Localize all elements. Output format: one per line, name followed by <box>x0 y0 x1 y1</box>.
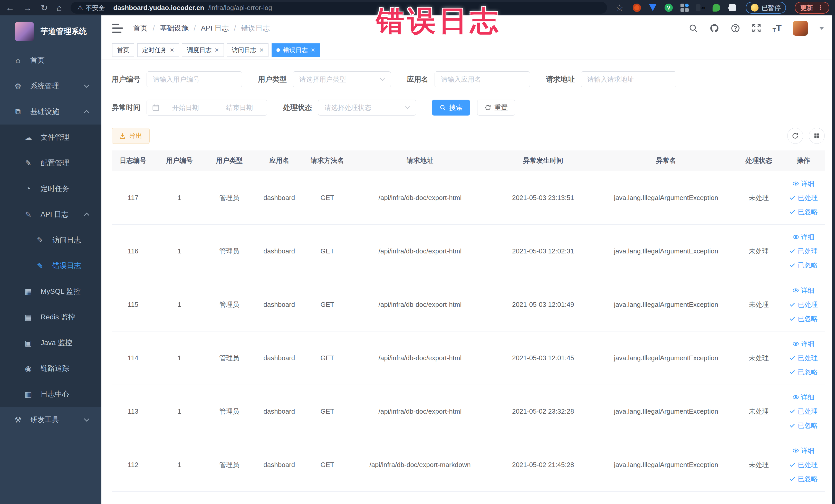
processed-link[interactable]: 已处理 <box>789 193 818 202</box>
reset-button[interactable]: 重置 <box>477 100 515 116</box>
extension-icon-plant[interactable] <box>712 3 721 12</box>
close-tab-icon[interactable]: × <box>170 46 174 54</box>
sidebar-item-home[interactable]: ⌂首页 <box>0 47 101 73</box>
app-name-input[interactable] <box>434 72 530 87</box>
process-status-select[interactable]: 请选择处理状态 <box>318 100 416 116</box>
page-scrollbar[interactable] <box>832 15 835 504</box>
sidebar-item-label: 访问日志 <box>53 235 81 245</box>
ignored-link[interactable]: 已忽略 <box>789 314 818 323</box>
export-button[interactable]: 导出 <box>111 128 150 144</box>
extensions-puzzle-icon[interactable] <box>728 3 737 12</box>
sidebar-item-log-center[interactable]: ▥日志中心 <box>0 381 101 407</box>
extension-icon-orange[interactable] <box>632 3 641 12</box>
address-bar[interactable]: ⚠ 不安全 dashboard.yudao.iocoder.cn /infra/… <box>70 2 607 14</box>
bookmark-star-icon[interactable]: ☆ <box>616 3 624 12</box>
ignored-link[interactable]: 已忽略 <box>789 475 818 483</box>
sidebar-item-mysql-monitor[interactable]: ▦MySQL 监控 <box>0 279 101 304</box>
end-date-placeholder[interactable]: 结束日期 <box>217 103 262 112</box>
processed-link[interactable]: 已处理 <box>789 247 818 256</box>
reload-icon[interactable]: ↻ <box>41 3 48 12</box>
tab-首页[interactable]: 首页 <box>112 43 134 57</box>
sidebar-item-java-monitor[interactable]: ▣Java 监控 <box>0 330 101 356</box>
forward-icon[interactable]: → <box>23 3 32 12</box>
breadcrumb-item[interactable]: 基础设施 <box>160 23 189 33</box>
sidebar-item-label: 基础设施 <box>30 107 59 117</box>
refresh-table-button[interactable] <box>787 128 803 144</box>
security-status[interactable]: ⚠ 不安全 <box>77 4 105 12</box>
sidebar-item-dev-tools[interactable]: ⚒研发工具 <box>0 407 101 432</box>
user-avatar[interactable] <box>793 21 808 36</box>
column-settings-button[interactable] <box>809 128 825 144</box>
ignored-link[interactable]: 已忽略 <box>789 368 818 377</box>
sidebar-item-redis-monitor[interactable]: ▤Redis 监控 <box>0 304 101 330</box>
detail-link[interactable]: 详细 <box>792 286 814 295</box>
extension-icon-green-v[interactable]: V <box>664 3 673 12</box>
back-icon[interactable]: ← <box>6 3 14 12</box>
detail-link[interactable]: 详细 <box>792 179 814 188</box>
browser-profile-button[interactable]: 已暂停 <box>746 2 786 14</box>
row-actions: 详细已处理已忽略 <box>785 233 822 270</box>
cell-exception: java.lang.IllegalArgumentException <box>596 331 736 385</box>
sidebar-item-api-log[interactable]: ✎API 日志 <box>0 202 101 227</box>
detail-link[interactable]: 详细 <box>792 233 814 242</box>
app-logo[interactable]: 芋道管理系统 <box>0 15 101 47</box>
sidebar-item-tracing[interactable]: ◉链路追踪 <box>0 356 101 381</box>
sidebar-item-error-log[interactable]: ✎错误日志 <box>0 253 101 279</box>
tab-定时任务[interactable]: 定时任务× <box>137 43 179 57</box>
ignored-link[interactable]: 已忽略 <box>789 421 818 430</box>
avatar-caret-icon[interactable] <box>819 27 824 30</box>
processed-link[interactable]: 已处理 <box>789 300 818 309</box>
processed-link[interactable]: 已处理 <box>789 407 818 416</box>
processed-link[interactable]: 已处理 <box>789 354 818 363</box>
close-tab-icon[interactable]: × <box>311 46 315 54</box>
search-button[interactable]: 搜索 <box>432 100 470 116</box>
extension-icon-grid[interactable] <box>680 3 689 12</box>
processed-link[interactable]: 已处理 <box>789 460 818 469</box>
close-tab-icon[interactable]: × <box>215 46 219 54</box>
sidebar-item-infrastructure[interactable]: ⧉基础设施 <box>0 99 101 124</box>
breadcrumb-item[interactable]: 首页 <box>133 23 148 33</box>
detail-link[interactable]: 详细 <box>792 339 814 348</box>
user-type-select[interactable]: 请选择用户类型 <box>293 72 391 87</box>
user-id-input[interactable] <box>147 72 242 87</box>
cell-actions: 详细已处理已忽略 <box>782 171 825 224</box>
table-toolbar: 导出 <box>111 128 825 144</box>
github-icon[interactable] <box>710 23 719 33</box>
tab-错误日志[interactable]: 错误日志× <box>271 43 320 57</box>
request-url-input[interactable] <box>581 72 676 87</box>
help-icon[interactable] <box>731 23 740 33</box>
search-icon[interactable] <box>688 23 698 33</box>
cell-method: GET <box>304 385 351 438</box>
extension-icon-blue[interactable] <box>648 3 657 12</box>
extension-icon-on-badge[interactable]: on <box>696 3 705 12</box>
tab-调度日志[interactable]: 调度日志× <box>182 43 224 57</box>
fullscreen-icon[interactable] <box>752 23 761 33</box>
sidebar-item-file-mgmt[interactable]: ☁文件管理 <box>0 124 101 150</box>
detail-link[interactable]: 详细 <box>792 393 814 402</box>
hamburger-icon[interactable] <box>112 24 123 33</box>
sidebar-item-access-log[interactable]: ✎访问日志 <box>0 227 101 253</box>
browser-update-button[interactable]: 更新 ⋮ <box>795 2 829 14</box>
kebab-menu-icon[interactable]: ⋮ <box>817 4 824 12</box>
cell-user_id: 1 <box>155 331 204 385</box>
check-icon <box>789 355 796 361</box>
check-icon <box>789 408 796 415</box>
ignored-link[interactable]: 已忽略 <box>789 207 818 217</box>
sidebar-item-scheduled-jobs[interactable]: ◔定时任务 <box>0 176 101 202</box>
detail-link[interactable]: 详细 <box>792 446 814 455</box>
cell-time: 2021-05-03 12:01:49 <box>489 278 596 331</box>
start-date-placeholder[interactable]: 开始日期 <box>163 103 208 112</box>
cell-app: dashboard <box>254 171 304 224</box>
browser-home-icon[interactable]: ⌂ <box>57 3 62 12</box>
breadcrumb-item[interactable]: API 日志 <box>201 23 229 33</box>
ignored-link[interactable]: 已忽略 <box>789 261 818 270</box>
sidebar-item-system-mgmt[interactable]: ⚙系统管理 <box>0 73 101 99</box>
font-size-icon[interactable]: TT <box>773 23 781 34</box>
sidebar-item-config-mgmt[interactable]: ✎配置管理 <box>0 150 101 176</box>
check-icon <box>789 262 796 268</box>
date-range-picker[interactable]: 开始日期 - 结束日期 <box>147 100 267 116</box>
tab-访问日志[interactable]: 访问日志× <box>227 43 268 57</box>
sidebar-item-label: 配置管理 <box>41 158 69 168</box>
close-tab-icon[interactable]: × <box>260 46 264 54</box>
row-actions: 详细已处理已忽略 <box>785 393 822 430</box>
